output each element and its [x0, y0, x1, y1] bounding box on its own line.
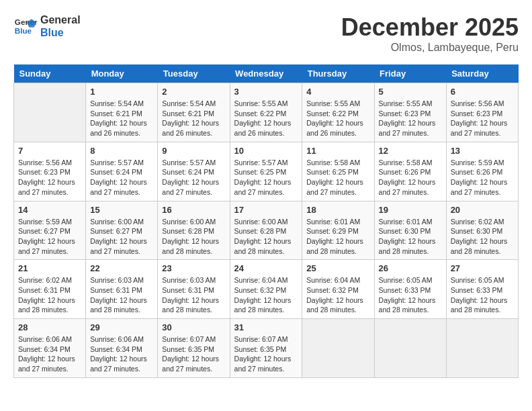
location: Olmos, Lambayeque, Peru	[341, 42, 519, 54]
logo-blue: Blue	[40, 26, 81, 39]
day-number: 10	[234, 146, 298, 156]
day-info: Sunrise: 5:59 AM Sunset: 6:27 PM Dayligh…	[18, 217, 81, 257]
day-number: 12	[379, 146, 442, 156]
day-info: Sunrise: 6:03 AM Sunset: 6:31 PM Dayligh…	[90, 275, 153, 315]
day-number: 23	[162, 263, 225, 273]
calendar-cell: 15Sunrise: 6:00 AM Sunset: 6:27 PM Dayli…	[86, 201, 158, 260]
month-title: December 2025	[341, 13, 519, 42]
col-header-sunday: Sunday	[14, 64, 86, 83]
day-info: Sunrise: 6:00 AM Sunset: 6:27 PM Dayligh…	[90, 217, 153, 257]
day-info: Sunrise: 6:04 AM Sunset: 6:32 PM Dayligh…	[306, 275, 369, 315]
day-info: Sunrise: 6:03 AM Sunset: 6:31 PM Dayligh…	[162, 275, 225, 315]
calendar-cell	[446, 319, 518, 378]
day-number: 13	[451, 146, 514, 156]
day-info: Sunrise: 6:02 AM Sunset: 6:31 PM Dayligh…	[18, 275, 81, 315]
calendar-cell: 13Sunrise: 5:59 AM Sunset: 6:26 PM Dayli…	[446, 142, 518, 201]
day-number: 6	[451, 87, 514, 97]
day-info: Sunrise: 6:05 AM Sunset: 6:33 PM Dayligh…	[451, 275, 514, 315]
calendar-cell: 22Sunrise: 6:03 AM Sunset: 6:31 PM Dayli…	[86, 260, 158, 319]
col-header-thursday: Thursday	[302, 64, 374, 83]
calendar-header-row: SundayMondayTuesdayWednesdayThursdayFrid…	[14, 64, 519, 83]
calendar-cell: 30Sunrise: 6:07 AM Sunset: 6:35 PM Dayli…	[158, 319, 230, 378]
day-info: Sunrise: 6:07 AM Sunset: 6:35 PM Dayligh…	[162, 334, 225, 374]
calendar-cell: 29Sunrise: 6:06 AM Sunset: 6:34 PM Dayli…	[86, 319, 158, 378]
day-info: Sunrise: 5:56 AM Sunset: 6:23 PM Dayligh…	[18, 158, 81, 197]
calendar-cell: 7Sunrise: 5:56 AM Sunset: 6:23 PM Daylig…	[14, 142, 86, 201]
day-number: 8	[90, 146, 153, 156]
day-number: 17	[234, 205, 298, 215]
day-info: Sunrise: 6:06 AM Sunset: 6:34 PM Dayligh…	[90, 334, 153, 374]
day-number: 5	[379, 87, 442, 97]
calendar-cell: 20Sunrise: 6:02 AM Sunset: 6:30 PM Dayli…	[446, 201, 518, 260]
calendar-cell: 27Sunrise: 6:05 AM Sunset: 6:33 PM Dayli…	[446, 260, 518, 319]
calendar-cell: 25Sunrise: 6:04 AM Sunset: 6:32 PM Dayli…	[302, 260, 374, 319]
logo: General Blue General Blue	[13, 13, 81, 39]
day-number: 24	[234, 263, 298, 273]
day-number: 2	[162, 87, 225, 97]
day-info: Sunrise: 5:58 AM Sunset: 6:26 PM Dayligh…	[379, 158, 442, 197]
day-number: 3	[234, 87, 298, 97]
day-number: 28	[18, 322, 81, 332]
calendar-table: SundayMondayTuesdayWednesdayThursdayFrid…	[13, 64, 519, 378]
day-number: 4	[306, 87, 369, 97]
day-number: 14	[18, 205, 81, 215]
day-number: 27	[451, 263, 514, 273]
calendar-cell: 21Sunrise: 6:02 AM Sunset: 6:31 PM Dayli…	[14, 260, 86, 319]
day-number: 18	[306, 205, 369, 215]
day-number: 29	[90, 322, 153, 332]
calendar-cell: 24Sunrise: 6:04 AM Sunset: 6:32 PM Dayli…	[230, 260, 302, 319]
calendar-cell: 23Sunrise: 6:03 AM Sunset: 6:31 PM Dayli…	[158, 260, 230, 319]
calendar-cell: 5Sunrise: 5:55 AM Sunset: 6:23 PM Daylig…	[374, 83, 446, 142]
day-number: 1	[90, 87, 153, 97]
calendar-cell: 14Sunrise: 5:59 AM Sunset: 6:27 PM Dayli…	[14, 201, 86, 260]
calendar-cell	[14, 83, 86, 142]
day-info: Sunrise: 6:06 AM Sunset: 6:34 PM Dayligh…	[18, 334, 81, 374]
day-info: Sunrise: 5:55 AM Sunset: 6:22 PM Dayligh…	[234, 99, 298, 138]
day-info: Sunrise: 5:55 AM Sunset: 6:22 PM Dayligh…	[306, 99, 369, 138]
day-info: Sunrise: 6:05 AM Sunset: 6:33 PM Dayligh…	[379, 275, 442, 315]
day-info: Sunrise: 5:56 AM Sunset: 6:23 PM Dayligh…	[451, 99, 514, 138]
logo-icon: General Blue	[13, 14, 38, 38]
calendar-cell: 9Sunrise: 5:57 AM Sunset: 6:24 PM Daylig…	[158, 142, 230, 201]
day-info: Sunrise: 5:54 AM Sunset: 6:21 PM Dayligh…	[162, 99, 225, 138]
day-number: 25	[306, 263, 369, 273]
day-number: 22	[90, 263, 153, 273]
page-header: General Blue General Blue December 2025 …	[13, 13, 519, 54]
day-info: Sunrise: 5:54 AM Sunset: 6:21 PM Dayligh…	[90, 99, 153, 138]
day-info: Sunrise: 5:57 AM Sunset: 6:24 PM Dayligh…	[90, 158, 153, 197]
calendar-cell: 1Sunrise: 5:54 AM Sunset: 6:21 PM Daylig…	[86, 83, 158, 142]
day-info: Sunrise: 5:59 AM Sunset: 6:26 PM Dayligh…	[451, 158, 514, 197]
day-number: 21	[18, 263, 81, 273]
day-info: Sunrise: 6:07 AM Sunset: 6:35 PM Dayligh…	[234, 334, 298, 374]
col-header-saturday: Saturday	[446, 64, 518, 83]
title-block: December 2025 Olmos, Lambayeque, Peru	[341, 13, 519, 54]
day-number: 30	[162, 322, 225, 332]
calendar-cell: 6Sunrise: 5:56 AM Sunset: 6:23 PM Daylig…	[446, 83, 518, 142]
day-info: Sunrise: 5:57 AM Sunset: 6:24 PM Dayligh…	[162, 158, 225, 197]
day-info: Sunrise: 6:00 AM Sunset: 6:28 PM Dayligh…	[234, 217, 298, 257]
calendar-week-5: 28Sunrise: 6:06 AM Sunset: 6:34 PM Dayli…	[14, 319, 519, 378]
calendar-cell: 12Sunrise: 5:58 AM Sunset: 6:26 PM Dayli…	[374, 142, 446, 201]
calendar-cell: 11Sunrise: 5:58 AM Sunset: 6:25 PM Dayli…	[302, 142, 374, 201]
calendar-week-1: 1Sunrise: 5:54 AM Sunset: 6:21 PM Daylig…	[14, 83, 519, 142]
logo-general: General	[40, 13, 81, 26]
calendar-cell: 3Sunrise: 5:55 AM Sunset: 6:22 PM Daylig…	[230, 83, 302, 142]
calendar-cell: 28Sunrise: 6:06 AM Sunset: 6:34 PM Dayli…	[14, 319, 86, 378]
col-header-monday: Monday	[86, 64, 158, 83]
day-number: 11	[306, 146, 369, 156]
day-number: 16	[162, 205, 225, 215]
calendar-cell	[302, 319, 374, 378]
col-header-wednesday: Wednesday	[230, 64, 302, 83]
day-number: 19	[379, 205, 442, 215]
calendar-cell: 10Sunrise: 5:57 AM Sunset: 6:25 PM Dayli…	[230, 142, 302, 201]
day-info: Sunrise: 5:58 AM Sunset: 6:25 PM Dayligh…	[306, 158, 369, 197]
day-info: Sunrise: 6:02 AM Sunset: 6:30 PM Dayligh…	[451, 217, 514, 257]
day-number: 7	[18, 146, 81, 156]
calendar-cell: 26Sunrise: 6:05 AM Sunset: 6:33 PM Dayli…	[374, 260, 446, 319]
calendar-cell: 31Sunrise: 6:07 AM Sunset: 6:35 PM Dayli…	[230, 319, 302, 378]
calendar-week-4: 21Sunrise: 6:02 AM Sunset: 6:31 PM Dayli…	[14, 260, 519, 319]
day-number: 31	[234, 322, 298, 332]
day-info: Sunrise: 6:01 AM Sunset: 6:30 PM Dayligh…	[379, 217, 442, 257]
calendar-week-3: 14Sunrise: 5:59 AM Sunset: 6:27 PM Dayli…	[14, 201, 519, 260]
col-header-friday: Friday	[374, 64, 446, 83]
